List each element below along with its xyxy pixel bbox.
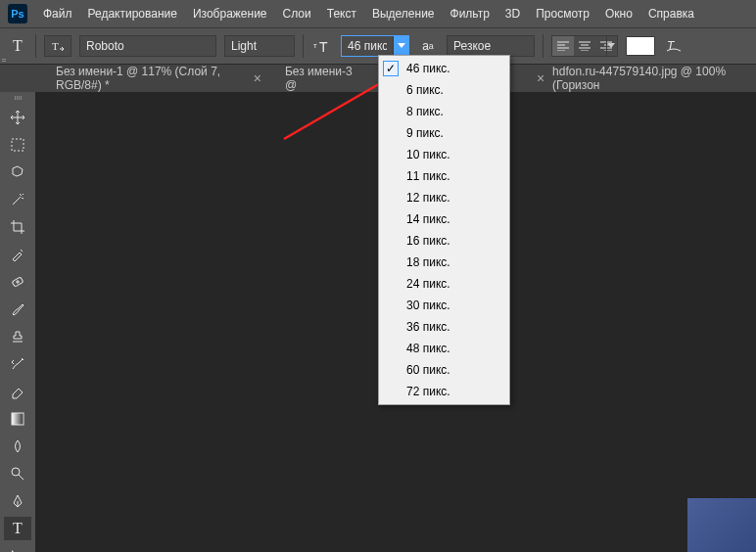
check-icon: ✓: [383, 61, 399, 76]
path-tool[interactable]: [4, 544, 31, 552]
size-option[interactable]: 6 пикс.: [379, 79, 509, 101]
size-option[interactable]: 30 пикс.: [379, 295, 509, 316]
antialias-input[interactable]: [448, 36, 606, 56]
menu-window[interactable]: Окно: [605, 7, 633, 21]
type-tool[interactable]: T: [4, 517, 31, 540]
check-icon: [383, 276, 399, 292]
size-option[interactable]: 48 пикс.: [379, 338, 509, 359]
font-family-input[interactable]: [80, 36, 239, 56]
check-icon: [383, 168, 399, 184]
menu-image[interactable]: Изображение: [193, 7, 267, 21]
gradient-tool[interactable]: [4, 407, 31, 431]
size-option[interactable]: 16 пикс.: [379, 230, 509, 252]
check-icon: [383, 233, 399, 249]
check-icon: [383, 104, 399, 119]
check-icon: [383, 211, 399, 227]
menu-3d[interactable]: 3D: [505, 7, 520, 21]
svg-rect-4: [12, 139, 24, 151]
eraser-tool[interactable]: [4, 380, 31, 403]
tab-label: hdfon.ru-447579140.jpg @ 100% (Горизон: [552, 65, 744, 92]
healing-tool[interactable]: [4, 270, 31, 294]
menu-layers[interactable]: Слои: [283, 7, 311, 21]
size-option[interactable]: 12 пикс.: [379, 187, 509, 208]
font-size-select[interactable]: [341, 35, 409, 57]
size-label: 48 пикс.: [406, 342, 450, 355]
brush-tool[interactable]: [4, 298, 31, 321]
panel-handle[interactable]: [8, 96, 27, 100]
size-label: 6 пикс.: [406, 83, 444, 97]
pen-tool[interactable]: [4, 489, 31, 513]
stamp-tool[interactable]: [4, 325, 31, 348]
document-tab[interactable]: Без имени-1 @ 117% (Слой 7, RGB/8#) * ×: [44, 65, 273, 92]
chevron-down-icon[interactable]: [606, 36, 615, 56]
size-option[interactable]: 72 пикс.: [379, 381, 509, 402]
marquee-tool[interactable]: [4, 133, 31, 157]
size-option[interactable]: ✓46 пикс.: [379, 58, 509, 79]
chevron-down-icon[interactable]: [393, 36, 408, 56]
menu-bar: Ps Файл Редактирование Изображение Слои …: [0, 0, 756, 27]
check-icon: [383, 319, 399, 335]
size-label: 11 пикс.: [406, 169, 450, 183]
tab-label: Без имени-1 @ 117% (Слой 7, RGB/8#) *: [56, 65, 246, 92]
menu-select[interactable]: Выделение: [372, 7, 435, 21]
size-option[interactable]: 11 пикс.: [379, 165, 509, 187]
menu-text[interactable]: Текст: [327, 7, 356, 21]
antialias-select[interactable]: [447, 35, 535, 57]
size-label: 16 пикс.: [406, 234, 450, 248]
document-tab[interactable]: Без имени-3 @: [273, 65, 368, 92]
close-icon[interactable]: ×: [537, 70, 544, 86]
separator: [35, 34, 36, 58]
history-brush-tool[interactable]: [4, 352, 31, 376]
size-label: 36 пикс.: [406, 320, 450, 334]
move-tool[interactable]: [4, 106, 31, 129]
navigator-thumbnail: [687, 498, 756, 552]
size-option[interactable]: 14 пикс.: [379, 208, 509, 230]
font-style-select[interactable]: [224, 35, 295, 57]
size-label: 60 пикс.: [406, 363, 450, 377]
font-size-input[interactable]: [342, 36, 393, 56]
menu-help[interactable]: Справка: [648, 7, 694, 21]
check-icon: [383, 362, 399, 378]
document-tab[interactable]: × hdfon.ru-447579140.jpg @ 100% (Горизон: [525, 65, 756, 92]
svg-text:T: T: [667, 39, 676, 53]
menu-view[interactable]: Просмотр: [536, 7, 590, 21]
size-option[interactable]: 18 пикс.: [379, 252, 509, 273]
size-label: 24 пикс.: [406, 277, 450, 291]
size-option[interactable]: 60 пикс.: [379, 359, 509, 381]
size-label: 46 пикс.: [406, 62, 450, 75]
size-label: 30 пикс.: [406, 299, 450, 312]
check-icon: [383, 384, 399, 399]
size-label: 10 пикс.: [406, 148, 450, 161]
font-family-select[interactable]: [79, 35, 216, 57]
menu-edit[interactable]: Редактирование: [88, 7, 177, 21]
eyedropper-tool[interactable]: [4, 243, 31, 266]
size-option[interactable]: 10 пикс.: [379, 144, 509, 165]
menu-file[interactable]: Файл: [43, 7, 72, 21]
size-option[interactable]: 9 пикс.: [379, 122, 509, 144]
svg-text:T: T: [52, 40, 59, 52]
blur-tool[interactable]: [4, 435, 31, 458]
warp-text-button[interactable]: T: [663, 35, 685, 57]
menu-filter[interactable]: Фильтр: [450, 7, 490, 21]
size-option[interactable]: 24 пикс.: [379, 273, 509, 295]
close-icon[interactable]: ×: [254, 70, 261, 86]
svg-point-7: [12, 468, 20, 476]
check-icon: [383, 82, 399, 98]
lasso-tool[interactable]: [4, 161, 31, 184]
tab-label: Без имени-3 @: [285, 65, 356, 92]
check-icon: [383, 254, 399, 270]
svg-rect-6: [12, 413, 24, 425]
panel-handle[interactable]: [0, 55, 8, 65]
wand-tool[interactable]: [4, 188, 31, 211]
check-icon: [383, 298, 399, 313]
text-color-swatch[interactable]: [626, 36, 655, 56]
size-option[interactable]: 36 пикс.: [379, 316, 509, 338]
size-option[interactable]: 8 пикс.: [379, 101, 509, 122]
crop-tool[interactable]: [4, 215, 31, 239]
current-tool-icon: T: [8, 36, 27, 56]
dodge-tool[interactable]: [4, 462, 31, 485]
text-orientation-button[interactable]: T: [44, 35, 71, 57]
size-label: 12 пикс.: [406, 191, 450, 205]
tools-panel: T: [0, 92, 35, 552]
font-size-dropdown: ✓46 пикс.6 пикс.8 пикс.9 пикс.10 пикс.11…: [378, 55, 510, 405]
